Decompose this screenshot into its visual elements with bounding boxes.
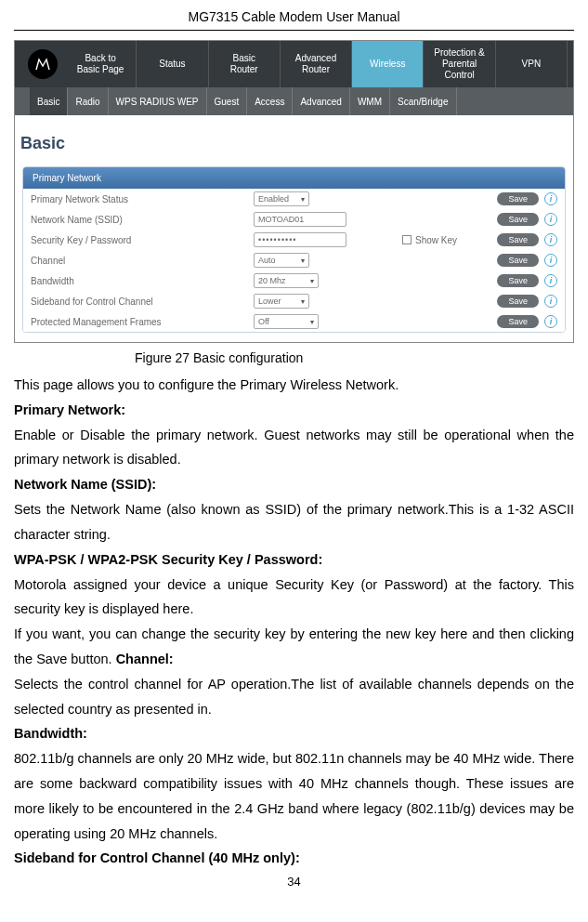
sub-nav-item[interactable]: WMM [350,87,390,115]
select-field[interactable]: 20 Mhz [254,273,319,288]
text-field[interactable]: MOTOAD01 [254,212,346,227]
section-text: Sets the Network Name (also known as SSI… [14,497,574,547]
top-nav-item[interactable]: Wireless [352,41,424,87]
form-row: Security Key / Password••••••••••Show Ke… [23,230,565,250]
form-label: Protected Management Frames [31,317,254,327]
form-row: Sideband for Control ChannelLowerSavei [23,291,565,311]
top-nav-item[interactable]: Basic Router [209,41,281,87]
show-key-checkbox[interactable] [402,235,412,244]
sub-nav-item[interactable]: Guest [207,87,248,115]
save-button[interactable]: Save [497,274,539,287]
sub-nav-item[interactable]: Access [247,87,293,115]
bandwidth-text: 802.11b/g channels are only 20 MHz wide,… [14,746,574,846]
select-field[interactable]: Lower [254,294,309,309]
save-button[interactable]: Save [497,254,539,267]
router-ui-screenshot: Back to Basic PageStatusBasic RouterAdva… [14,40,574,343]
body-text: This page allows you to configure the Pr… [14,373,574,871]
channel-text: Selects the control channel for AP opera… [14,672,574,722]
section-heading: Network Name (SSID): [14,472,574,497]
figure-caption: Figure 27 Basic configuration [14,350,574,365]
select-field[interactable]: Enabled [254,191,309,206]
bandwidth-heading: Bandwidth: [14,721,574,746]
info-icon[interactable]: i [544,192,557,205]
form-row: Bandwidth20 MhzSavei [23,270,565,291]
form-label: Primary Network Status [31,194,254,204]
motorola-logo-icon [28,49,58,79]
top-nav-item[interactable]: Status [137,41,208,87]
sideband-heading: Sideband for Control Channel (40 MHz onl… [14,846,574,871]
primary-network-panel: Primary Network Primary Network StatusEn… [22,166,566,333]
form-row: Protected Management FramesOffSavei [23,311,565,332]
top-nav-item[interactable]: VPN [496,41,568,87]
form-label: Bandwidth [31,276,254,286]
info-icon[interactable]: i [544,254,557,267]
intro-text: This page allows you to configure the Pr… [14,373,574,398]
form-label: Sideband for Control Channel [31,296,254,307]
sub-nav: BasicRadioWPS RADIUS WEPGuestAccessAdvan… [15,87,573,115]
save-button[interactable]: Save [497,315,539,328]
save-button[interactable]: Save [497,295,539,308]
section-text: Motorola assigned your device a unique S… [14,573,574,623]
save-button[interactable]: Save [497,192,539,205]
top-nav: Back to Basic PageStatusBasic RouterAdva… [15,41,573,87]
info-icon[interactable]: i [544,213,557,226]
form-row: Primary Network StatusEnabledSavei [23,189,565,209]
page-number: 34 [14,875,574,889]
save-button[interactable]: Save [497,233,539,246]
top-nav-item[interactable]: Advanced Router [281,41,352,87]
section-text: Enable or Disable the primary network. G… [14,423,574,473]
channel-pre: If you want, you can change the security… [14,626,574,666]
form-row: ChannelAutoSavei [23,250,565,270]
info-icon[interactable]: i [544,295,557,308]
top-nav-item[interactable]: Back to Basic Page [65,41,137,87]
info-icon[interactable]: i [544,315,557,328]
form-label: Channel [31,256,254,266]
show-key-label: Show Key [415,235,457,245]
top-nav-item[interactable]: Protection & Parental Control [424,41,495,87]
info-icon[interactable]: i [544,274,557,287]
section-heading: Primary Network: [14,398,574,423]
form-label: Network Name (SSID) [31,215,254,225]
sub-nav-item[interactable]: Basic [30,87,68,115]
info-icon[interactable]: i [544,233,557,246]
sub-nav-item[interactable]: Advanced [293,87,349,115]
select-field[interactable]: Auto [254,253,309,268]
sub-nav-item[interactable]: WPS RADIUS WEP [109,87,207,115]
save-button[interactable]: Save [497,213,539,226]
password-field[interactable]: •••••••••• [254,232,346,247]
select-field[interactable]: Off [254,314,319,329]
channel-heading: Channel: [116,652,174,666]
section-title: Basic [15,115,573,166]
sub-nav-item[interactable]: Radio [68,87,108,115]
form-row: Network Name (SSID)MOTOAD01Savei [23,209,565,230]
panel-header: Primary Network [23,167,565,189]
sub-nav-item[interactable]: Scan/Bridge [390,87,456,115]
section-heading: WPA-PSK / WPA2-PSK Security Key / Passwo… [14,547,574,573]
form-label: Security Key / Password [31,235,254,245]
manual-header: MG7315 Cable Modem User Manual [14,9,574,31]
